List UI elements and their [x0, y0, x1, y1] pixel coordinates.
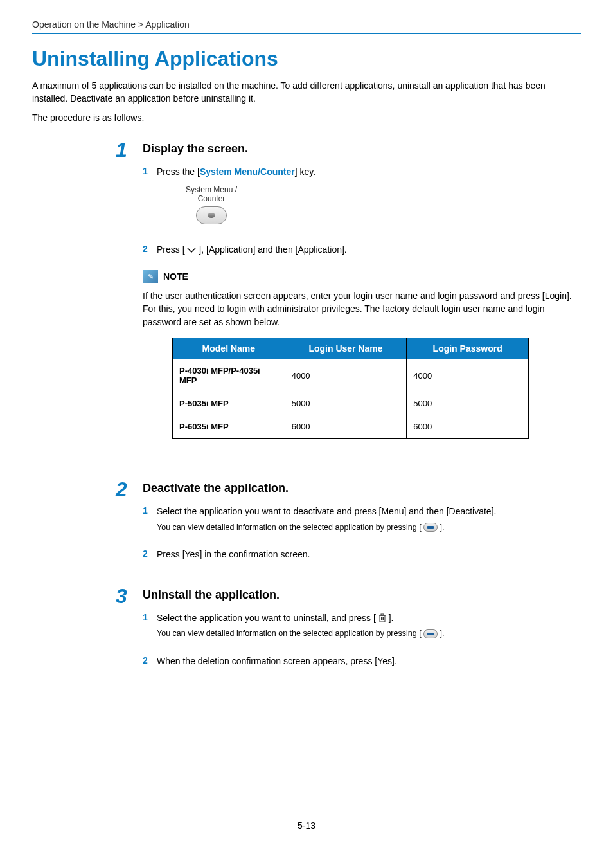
note-text: If the user authentication screen appear…: [143, 289, 574, 329]
table-cell: 5000: [285, 392, 407, 415]
step-number-2: 2: [116, 479, 143, 569]
step-1: 1 Display the screen. 1 Press the [Syste…: [116, 142, 581, 462]
text-prefix: Press [: [157, 244, 185, 255]
detail-text: You can view detailed information on the…: [157, 628, 581, 640]
substep-num: 2: [143, 548, 157, 561]
table-cell: P-5035i MFP: [173, 392, 285, 415]
table-cell: 4000: [285, 359, 407, 392]
substep-text: When the deletion confirmation screen ap…: [157, 656, 397, 666]
table-header-user: Login User Name: [285, 338, 407, 359]
step-1-title: Display the screen.: [143, 142, 581, 156]
step-3-title: Uninstall the application.: [143, 588, 581, 602]
system-menu-button-graphic: System Menu / Counter: [176, 185, 247, 224]
step-number-3: 3: [116, 586, 143, 676]
step-2: 2 Deactivate the application. 1 Select t…: [116, 482, 581, 569]
table-cell: P-6035i MFP: [173, 415, 285, 439]
substep-num: 1: [143, 166, 157, 235]
step-2-substep-1: 1 Select the application you want to dea…: [143, 505, 581, 541]
table-cell: P-4030i MFP/P-4035i MFP: [173, 359, 285, 392]
detail-text: You can view detailed information on the…: [157, 522, 581, 534]
substep-num: 2: [143, 244, 157, 257]
table-cell: 6000: [407, 415, 529, 439]
note-box: ✎ NOTE If the user authentication screen…: [143, 267, 574, 449]
note-title: NOTE: [163, 271, 188, 282]
step-3: 3 Uninstall the application. 1 Select th…: [116, 588, 581, 676]
note-icon: ✎: [143, 270, 158, 283]
table-header-model: Model Name: [173, 338, 285, 359]
system-menu-key-link[interactable]: System Menu/Counter: [200, 167, 295, 177]
intro-text: A maximum of 5 applications can be insta…: [32, 80, 581, 105]
substep-num: 1: [143, 505, 157, 541]
oval-button-icon: [196, 206, 227, 224]
substep-text: Press [Yes] in the confirmation screen.: [157, 549, 310, 559]
text-suffix: ] key.: [295, 167, 315, 177]
table-cell: 6000: [285, 415, 407, 439]
chevron-down-icon: [187, 248, 196, 254]
login-credentials-table: Model Name Login User Name Login Passwor…: [172, 338, 529, 439]
page-number: 5-13: [0, 820, 613, 831]
step-2-title: Deactivate the application.: [143, 482, 581, 495]
info-icon: [423, 629, 438, 638]
substep-text: Select the application you want to deact…: [157, 506, 496, 516]
table-row: P-5035i MFP 5000 5000: [173, 392, 529, 415]
info-icon: [423, 523, 438, 532]
step-2-substep-2: 2 Press [Yes] in the confirmation screen…: [143, 548, 581, 561]
text-suffix: ].: [389, 613, 394, 623]
table-cell: 4000: [407, 359, 529, 392]
table-cell: 5000: [407, 392, 529, 415]
step-3-substep-2: 2 When the deletion confirmation screen …: [143, 655, 581, 668]
text-prefix: Select the application you want to unins…: [157, 613, 376, 623]
breadcrumb: Operation on the Machine > Application: [32, 19, 581, 34]
step-1-substep-1: 1 Press the [System Menu/Counter] key. S…: [143, 166, 581, 235]
button-label-line1: System Menu /: [186, 185, 237, 194]
table-row: P-6035i MFP 6000 6000: [173, 415, 529, 439]
page-title: Uninstalling Applications: [32, 47, 581, 71]
procedure-lead: The procedure is as follows.: [32, 113, 581, 123]
step-3-substep-1: 1 Select the application you want to uni…: [143, 612, 581, 647]
svg-rect-2: [381, 614, 384, 615]
substep-num: 2: [143, 655, 157, 668]
step-number-1: 1: [116, 140, 143, 462]
table-header-password: Login Password: [407, 338, 529, 359]
text-prefix: Press the [: [157, 167, 200, 177]
substep-num: 1: [143, 612, 157, 647]
step-1-substep-2: 2 Press [ ], [Application] and then [App…: [143, 244, 581, 257]
text-mid: ], [Application] and then [Application].: [199, 244, 346, 255]
table-row: P-4030i MFP/P-4035i MFP 4000 4000: [173, 359, 529, 392]
trash-icon: [378, 613, 386, 622]
button-label-line2: Counter: [198, 194, 226, 203]
